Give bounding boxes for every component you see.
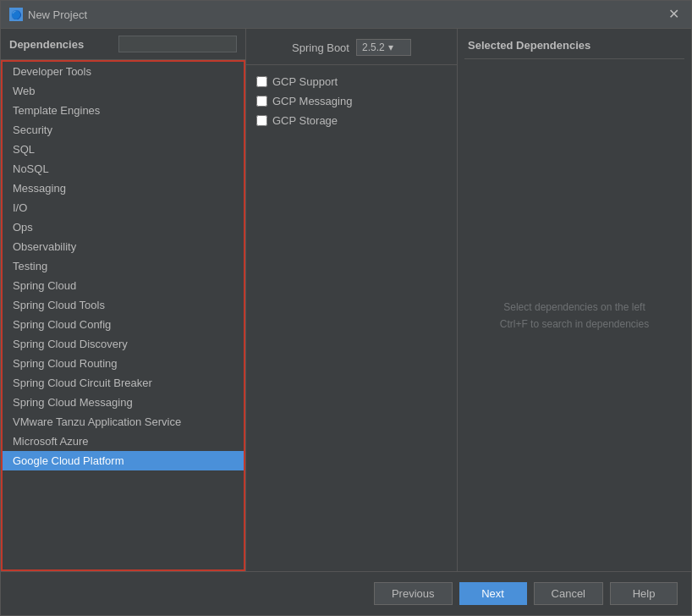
title-bar-left: 🔵 New Project xyxy=(9,8,87,21)
category-item-spring-cloud-circuit-breaker[interactable]: Spring Cloud Circuit Breaker xyxy=(3,373,244,393)
right-panel: Selected Dependencies Select dependencie… xyxy=(458,29,691,571)
help-button[interactable]: Help xyxy=(610,582,678,605)
category-item-ops[interactable]: Ops xyxy=(3,217,244,237)
checkbox-gcp-messaging[interactable] xyxy=(256,96,267,107)
category-item-observability[interactable]: Observability xyxy=(3,237,244,256)
spring-boot-version: 2.5.2 xyxy=(362,41,385,53)
category-item-google-cloud[interactable]: Google Cloud Platform xyxy=(3,451,244,470)
category-item-microsoft-azure[interactable]: Microsoft Azure xyxy=(3,432,244,451)
dialog-icon: 🔵 xyxy=(9,8,23,21)
checkbox-item-gcp-messaging[interactable]: GCP Messaging xyxy=(246,91,457,111)
spring-boot-row: Spring Boot 2.5.2 ▾ xyxy=(246,36,457,65)
spring-boot-dropdown-icon: ▾ xyxy=(388,41,393,53)
categories-list: Developer ToolsWebTemplate EnginesSecuri… xyxy=(1,60,245,571)
category-item-spring-cloud-config[interactable]: Spring Cloud Config xyxy=(3,315,244,334)
checkbox-item-gcp-storage[interactable]: GCP Storage xyxy=(246,111,457,130)
category-item-spring-cloud[interactable]: Spring Cloud xyxy=(3,276,244,295)
search-input[interactable] xyxy=(118,36,237,52)
category-item-developer-tools[interactable]: Developer Tools xyxy=(3,62,244,81)
category-item-testing[interactable]: Testing xyxy=(3,256,244,276)
new-project-dialog: 🔵 New Project ✕ Dependencies Developer T… xyxy=(0,0,692,616)
checkbox-label-gcp-support: GCP Support xyxy=(272,75,338,88)
category-item-nosql[interactable]: NoSQL xyxy=(3,159,244,179)
cancel-button[interactable]: Cancel xyxy=(534,582,603,605)
dependencies-header: Dependencies xyxy=(1,29,245,60)
spring-boot-version-select[interactable]: 2.5.2 ▾ xyxy=(356,39,411,56)
category-item-spring-cloud-messaging[interactable]: Spring Cloud Messaging xyxy=(3,393,244,412)
category-item-io[interactable]: I/O xyxy=(3,198,244,217)
hint-line2: Ctrl+F to search in dependencies xyxy=(500,318,649,330)
checkbox-gcp-support[interactable] xyxy=(256,76,267,87)
title-bar: 🔵 New Project ✕ xyxy=(1,1,691,29)
category-item-spring-cloud-routing[interactable]: Spring Cloud Routing xyxy=(3,354,244,373)
category-item-sql[interactable]: SQL xyxy=(3,140,244,159)
selected-dependencies-title: Selected Dependencies xyxy=(464,36,684,59)
category-item-spring-cloud-discovery[interactable]: Spring Cloud Discovery xyxy=(3,334,244,354)
middle-panel: Spring Boot 2.5.2 ▾ GCP SupportGCP Messa… xyxy=(246,29,458,571)
checkbox-label-gcp-storage: GCP Storage xyxy=(272,114,338,127)
hint-area: Select dependencies on the left Ctrl+F t… xyxy=(464,66,684,564)
checkbox-label-gcp-messaging: GCP Messaging xyxy=(272,95,352,107)
spring-boot-label: Spring Boot xyxy=(292,41,349,54)
previous-button[interactable]: Previous xyxy=(374,582,453,605)
category-item-messaging[interactable]: Messaging xyxy=(3,179,244,198)
next-button[interactable]: Next xyxy=(459,582,527,605)
category-item-web[interactable]: Web xyxy=(3,81,244,101)
dependencies-label: Dependencies xyxy=(9,38,84,51)
footer: Previous Next Cancel Help xyxy=(1,571,691,615)
checkbox-container: GCP SupportGCP MessagingGCP Storage xyxy=(246,72,457,130)
left-panel: Dependencies Developer ToolsWebTemplate … xyxy=(1,29,246,571)
close-button[interactable]: ✕ xyxy=(665,6,683,23)
checkbox-gcp-storage[interactable] xyxy=(256,115,267,126)
checkbox-item-gcp-support[interactable]: GCP Support xyxy=(246,72,457,91)
content-area: Dependencies Developer ToolsWebTemplate … xyxy=(1,29,691,571)
hint-line1: Select dependencies on the left xyxy=(503,301,645,313)
category-item-security[interactable]: Security xyxy=(3,120,244,140)
category-item-spring-cloud-tools[interactable]: Spring Cloud Tools xyxy=(3,295,244,315)
category-item-vmware-tanzu[interactable]: VMware Tanzu Application Service xyxy=(3,412,244,432)
category-item-template-engines[interactable]: Template Engines xyxy=(3,101,244,120)
dialog-title: New Project xyxy=(28,8,87,21)
